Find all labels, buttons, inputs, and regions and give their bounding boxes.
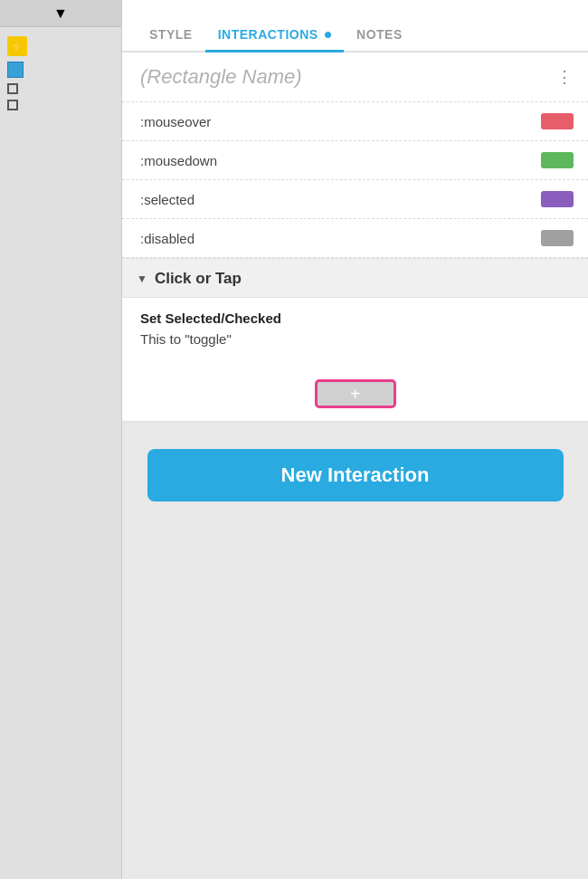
- add-action-button[interactable]: +: [315, 379, 396, 408]
- small-square-1: [7, 83, 18, 94]
- new-interaction-button[interactable]: New Interaction: [147, 449, 564, 502]
- interaction-header-label: Click or Tap: [155, 270, 242, 288]
- mousedown-swatch[interactable]: [541, 152, 574, 168]
- selected-label: :selected: [140, 192, 194, 207]
- tab-notes[interactable]: NOTES: [344, 27, 415, 51]
- tab-dot: [325, 32, 331, 38]
- disabled-swatch[interactable]: [541, 230, 574, 246]
- main-panel: STYLE INTERACTIONS NOTES (Rectangle Name…: [122, 0, 588, 879]
- mouseover-swatch[interactable]: [541, 113, 574, 129]
- bottom-section: New Interaction: [122, 422, 588, 879]
- action-title: Set Selected/Checked: [140, 311, 570, 326]
- blue-rectangle: [7, 62, 24, 78]
- more-options-button[interactable]: ⋮: [556, 67, 574, 87]
- left-sidebar: ▼ ⚡: [0, 0, 122, 879]
- state-row-mouseover[interactable]: :mouseover: [122, 102, 588, 141]
- mouseover-label: :mouseover: [140, 114, 211, 129]
- element-name-label: (Rectangle Name): [140, 65, 302, 89]
- state-row-selected[interactable]: :selected: [122, 180, 588, 219]
- mousedown-label: :mousedown: [140, 153, 217, 168]
- state-row-mousedown[interactable]: :mousedown: [122, 141, 588, 180]
- element-name-row: (Rectangle Name) ⋮: [122, 53, 588, 102]
- canvas-item-square1: [7, 83, 114, 94]
- tab-interactions[interactable]: INTERACTIONS: [205, 27, 344, 51]
- action-detail: This to "toggle": [140, 331, 570, 347]
- state-row-disabled[interactable]: :disabled: [122, 219, 588, 258]
- selected-swatch[interactable]: [541, 191, 574, 207]
- canvas-item-square2: [7, 100, 114, 110]
- small-square-2: [7, 100, 18, 110]
- canvas-item-lightning: ⚡: [7, 36, 114, 56]
- canvas-area: ⚡: [0, 27, 121, 119]
- chevron-down-icon: ▼: [53, 5, 68, 22]
- tabs-header: STYLE INTERACTIONS NOTES: [122, 0, 588, 53]
- lightning-icon: ⚡: [7, 36, 27, 56]
- triangle-icon: ▼: [137, 272, 147, 285]
- tab-style[interactable]: STYLE: [137, 27, 205, 51]
- disabled-label: :disabled: [140, 231, 194, 246]
- canvas-item-rect: [7, 62, 114, 78]
- plus-button-row: +: [122, 370, 588, 422]
- plus-icon: +: [350, 385, 361, 403]
- interaction-body: Set Selected/Checked This to "toggle": [122, 298, 588, 370]
- interaction-header[interactable]: ▼ Click or Tap: [122, 259, 588, 298]
- interaction-section: ▼ Click or Tap Set Selected/Checked This…: [122, 258, 588, 422]
- sidebar-top-bar: ▼: [0, 0, 121, 27]
